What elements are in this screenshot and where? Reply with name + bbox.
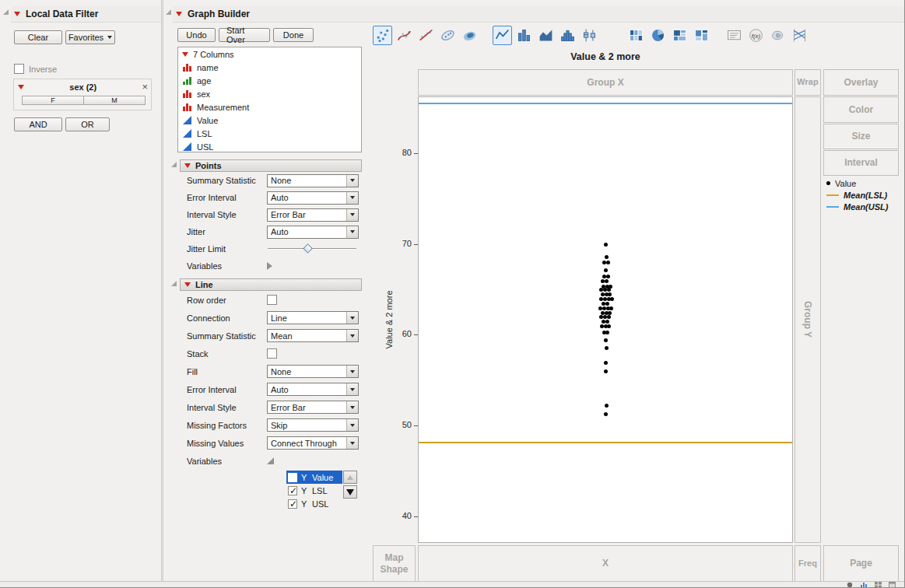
data-point[interactable] — [605, 279, 609, 283]
data-point[interactable] — [606, 261, 610, 264]
column-item-measurement[interactable]: Measurement — [178, 100, 361, 114]
circle-icon[interactable] — [847, 582, 854, 588]
smoother-icon[interactable] — [395, 26, 414, 45]
red-triangle-menu-icon[interactable] — [14, 12, 20, 16]
error-interval-select[interactable]: Auto — [267, 383, 359, 396]
column-item-age[interactable]: age — [178, 74, 361, 87]
summary-statistic-select[interactable]: None — [267, 174, 359, 187]
contour-icon[interactable] — [460, 26, 479, 45]
interval-style-select[interactable]: Error Bar — [267, 208, 359, 222]
red-triangle-menu-icon[interactable] — [176, 12, 182, 16]
line-icon[interactable] — [493, 26, 512, 45]
data-point[interactable] — [604, 412, 608, 416]
bar-chart-icon[interactable] — [861, 582, 868, 588]
line-section-collapse-icon[interactable] — [171, 281, 177, 286]
map-shapes-icon[interactable] — [768, 26, 787, 45]
points-icon[interactable] — [373, 26, 392, 45]
drop-zone-x[interactable]: X — [418, 545, 793, 582]
column-item-usl[interactable]: USL — [178, 140, 361, 152]
pie-icon[interactable] — [648, 26, 668, 45]
data-point[interactable] — [607, 324, 611, 328]
data-point[interactable] — [605, 320, 609, 324]
undo-button[interactable]: Undo — [177, 28, 216, 42]
start-over-button[interactable]: Start Over — [219, 28, 270, 42]
data-point[interactable] — [605, 302, 609, 306]
y-variable-row-lsl[interactable]: YLSL — [286, 484, 342, 497]
drop-zone-interval[interactable]: Interval — [823, 150, 899, 176]
disclosure-closed-icon[interactable] — [267, 262, 272, 270]
y-variable-checkbox[interactable] — [288, 486, 297, 495]
drop-zone-size[interactable]: Size — [823, 124, 899, 149]
summary-statistic-select[interactable]: Mean — [267, 329, 359, 342]
filter-level-f-button[interactable]: F — [22, 96, 84, 105]
drop-zone-map-shape[interactable]: Map Shape — [373, 545, 416, 582]
y-variable-checkbox[interactable] — [288, 473, 297, 482]
drop-zone-freq[interactable]: Freq — [795, 545, 821, 582]
slider-thumb[interactable] — [303, 243, 313, 254]
data-point[interactable] — [606, 275, 610, 278]
mosaic-icon[interactable] — [692, 26, 711, 45]
drop-zone-group-x[interactable]: Group X — [418, 69, 793, 96]
data-point[interactable] — [605, 346, 609, 350]
area-icon[interactable] — [536, 26, 556, 45]
data-point[interactable] — [607, 315, 611, 319]
jitter-limit-slider[interactable] — [267, 243, 359, 254]
disclosure-open-icon[interactable] — [267, 457, 274, 464]
line-of-fit-icon[interactable] — [416, 26, 436, 45]
red-triangle-menu-icon[interactable] — [18, 85, 24, 89]
stack-checkbox[interactable] — [267, 348, 277, 359]
move-down-button[interactable] — [343, 485, 357, 499]
row-order-checkbox[interactable] — [267, 295, 277, 305]
interval-style-select[interactable]: Error Bar — [267, 401, 359, 414]
red-triangle-menu-icon[interactable] — [184, 282, 191, 287]
graph-builder-collapse-icon[interactable] — [166, 9, 171, 15]
panel-splitter[interactable] — [161, 0, 163, 588]
plot-area[interactable] — [418, 96, 793, 543]
data-point[interactable] — [604, 268, 608, 272]
heatmap-icon[interactable] — [626, 26, 646, 45]
connection-select[interactable]: Line — [267, 311, 359, 324]
column-item-lsl[interactable]: LSL — [178, 127, 361, 140]
clear-button[interactable]: Clear — [14, 30, 62, 44]
jitter-select[interactable]: Auto — [267, 226, 359, 239]
y-variable-row-value[interactable]: YValue — [286, 471, 342, 484]
data-point[interactable] — [608, 292, 612, 296]
or-button[interactable]: OR — [65, 117, 110, 131]
close-icon[interactable]: × — [142, 83, 148, 91]
done-button[interactable]: Done — [273, 28, 314, 42]
data-point[interactable] — [604, 361, 608, 365]
data-point[interactable] — [604, 369, 608, 373]
caption-box-icon[interactable] — [724, 26, 744, 45]
line-section-header[interactable]: Line — [180, 278, 362, 291]
missing-values-select[interactable]: Connect Through — [267, 436, 359, 450]
points-section-header[interactable]: Points — [180, 159, 362, 172]
error-interval-select[interactable]: Auto — [267, 191, 359, 205]
fill-select[interactable]: None — [267, 365, 359, 378]
ellipse-icon[interactable] — [438, 26, 458, 45]
data-point[interactable] — [607, 288, 611, 292]
missing-factors-select[interactable]: Skip — [267, 418, 359, 432]
treemap-icon[interactable] — [670, 26, 689, 45]
window-icon[interactable] — [889, 582, 896, 588]
data-point[interactable] — [609, 306, 613, 310]
move-up-button[interactable] — [343, 471, 357, 484]
grid-icon[interactable] — [875, 582, 882, 588]
data-point[interactable] — [604, 338, 608, 342]
bar-icon[interactable] — [514, 26, 534, 45]
histogram-icon[interactable] — [558, 26, 577, 45]
data-point[interactable] — [605, 331, 609, 334]
data-point[interactable] — [610, 297, 614, 301]
y-variable-checkbox[interactable] — [288, 499, 297, 509]
column-item-value[interactable]: Value — [178, 114, 361, 127]
box-plot-icon[interactable] — [580, 26, 599, 45]
formula-icon[interactable]: f(x) — [746, 26, 766, 45]
drop-zone-overlay[interactable]: Overlay — [823, 69, 899, 96]
columns-panel-header[interactable]: 7 Columns — [178, 47, 361, 61]
data-point[interactable] — [605, 404, 609, 408]
y-variable-row-usl[interactable]: YUSL — [286, 497, 342, 510]
filter-level-m-button[interactable]: M — [83, 96, 146, 105]
drop-zone-color[interactable]: Color — [823, 96, 899, 123]
column-item-sex[interactable]: sex — [178, 87, 361, 100]
drop-zone-group-y[interactable]: Group Y — [795, 96, 821, 543]
and-button[interactable]: AND — [14, 117, 62, 131]
